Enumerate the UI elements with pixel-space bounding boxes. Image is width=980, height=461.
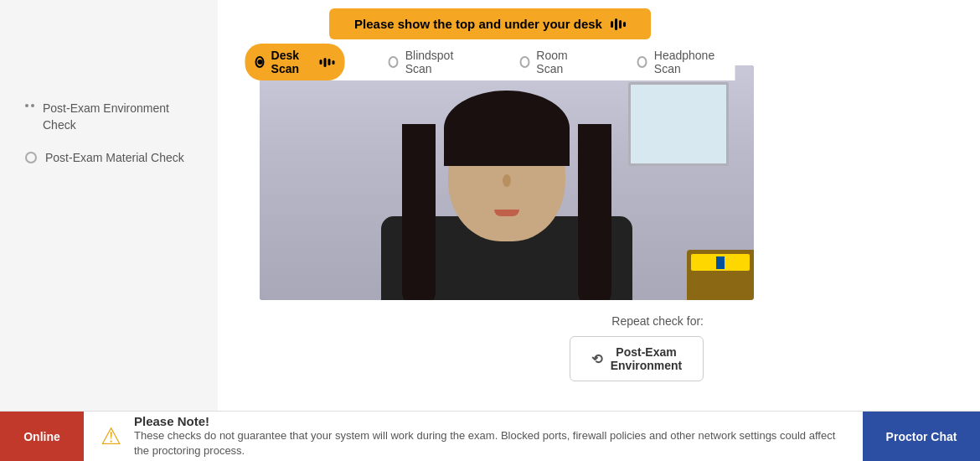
tab-desk-scan[interactable]: Desk Scan: [245, 44, 345, 80]
notice-section: ⚠ Please Note! These checks do not guara…: [84, 414, 863, 458]
hair-right: [578, 124, 611, 300]
notification-text: Please show the top and under your desk: [354, 17, 602, 31]
camera-view: [260, 65, 754, 300]
room-radio: [520, 56, 530, 68]
repeat-check-label: Repeat check for:: [611, 314, 704, 328]
decor-detail: [716, 256, 725, 269]
online-label: Online: [23, 430, 60, 443]
hair-left: [402, 124, 436, 300]
environment-check-label: Post-Exam Environment Check: [43, 101, 193, 133]
desk-scan-label: Desk Scan: [271, 49, 313, 75]
headphone-radio: [637, 56, 647, 68]
desk-scan-radio-inner: [257, 60, 262, 65]
repeat-check-button[interactable]: ⟲ Post-Exam Environment: [570, 336, 704, 381]
video-feed: [260, 65, 754, 300]
mouth: [494, 210, 519, 216]
wall-item: [628, 82, 729, 166]
dots-icon: [25, 104, 34, 107]
blindspot-scan-label: Blindspot Scan: [405, 49, 467, 75]
material-check-label: Post-Exam Material Check: [45, 150, 184, 167]
sidebar-item-environment: Post-Exam Environment Check: [25, 101, 193, 133]
blindspot-radio: [389, 56, 399, 68]
repeat-check-text: Post-Exam Environment: [611, 345, 683, 372]
dot2: [31, 104, 34, 107]
desk-scan-radio: [255, 56, 265, 68]
warning-icon: ⚠: [101, 422, 121, 450]
sidebar-item-material: Post-Exam Material Check: [25, 150, 193, 167]
repeat-check-section: Repeat check for: ⟲ Post-Exam Environmen…: [570, 314, 704, 381]
notice-content: Please Note! These checks do not guarant…: [134, 414, 846, 458]
proctor-chat-button[interactable]: Proctor Chat: [863, 412, 980, 461]
online-badge: Online: [0, 412, 84, 461]
notice-title: Please Note!: [134, 414, 846, 428]
headphone-scan-label: Headphone Scan: [654, 49, 725, 75]
furniture: [687, 250, 754, 300]
room-scan-label: Room Scan: [536, 49, 584, 75]
left-sidebar: Post-Exam Environment Check Post-Exam Ma…: [0, 84, 218, 184]
scan-tabs-row: Desk Scan Blindspot Scan Room Scan Headp…: [245, 44, 735, 80]
nose: [503, 174, 511, 187]
notice-text: These checks do not guarantee that your …: [134, 428, 846, 458]
decor-item: [691, 254, 750, 271]
proctor-chat-label: Proctor Chat: [886, 430, 957, 443]
material-radio: [25, 152, 37, 163]
repeat-icon: ⟲: [591, 351, 602, 367]
dot1: [25, 104, 28, 107]
notification-bar: Please show the top and under your desk: [329, 8, 651, 39]
bottom-bar: Online ⚠ Please Note! These checks do no…: [0, 411, 980, 461]
tab-blindspot-scan[interactable]: Blindspot Scan: [379, 44, 477, 80]
tab-headphone-scan[interactable]: Headphone Scan: [627, 44, 735, 80]
desk-sound-icon: [320, 58, 335, 67]
sound-wave-icon: [611, 18, 626, 30]
hair-top: [444, 91, 570, 166]
tab-room-scan[interactable]: Room Scan: [510, 44, 594, 80]
repeat-line2: Environment: [611, 359, 683, 372]
repeat-line1: Post-Exam: [616, 345, 676, 359]
